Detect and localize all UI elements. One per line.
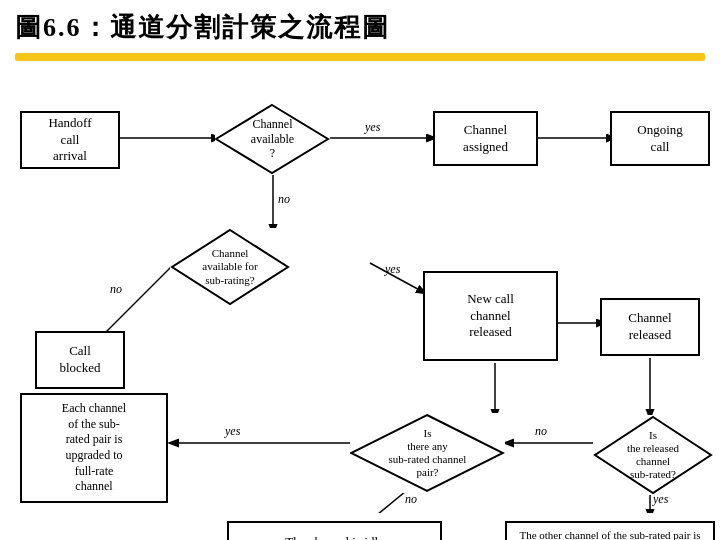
channel-available-sub-diamond: Channel available for sub-rating?: [170, 228, 290, 306]
is-released-sub-label: Is the released channel sub-rated?: [593, 415, 713, 495]
ongoing-call-box: Ongoing call: [610, 111, 710, 166]
flowchart: yes no yes no yes no: [15, 73, 715, 513]
handoff-label: Handoff call arrival: [48, 115, 91, 166]
channel-available-label: Channel available ?: [215, 103, 330, 175]
other-channel-box: The other channel of the sub-rated pair …: [505, 521, 715, 540]
yellow-bar: [15, 53, 705, 61]
svg-text:yes: yes: [364, 120, 381, 134]
svg-text:no: no: [405, 492, 417, 506]
svg-text:no: no: [278, 192, 290, 206]
call-blocked-box: Call blocked: [35, 331, 125, 389]
the-channel-idle-box: The channel is idle: [227, 521, 442, 540]
svg-text:yes: yes: [384, 262, 401, 276]
the-channel-idle-label: The channel is idle: [285, 534, 384, 540]
page: 圖6.6：通道分割計策之流程圖 yes no ye: [0, 0, 720, 540]
call-blocked-label: Call blocked: [59, 343, 100, 377]
new-call-channel-released-label: New call channel released: [467, 291, 514, 342]
svg-text:yes: yes: [224, 424, 241, 438]
svg-text:no: no: [110, 282, 122, 296]
new-call-channel-released-box: New call channel released: [423, 271, 558, 361]
channel-available-sub-label: Channel available for sub-rating?: [170, 228, 290, 306]
handoff-call-arrival-box: Handoff call arrival: [20, 111, 120, 169]
ongoing-call-label: Ongoing call: [637, 122, 683, 156]
page-title: 圖6.6：通道分割計策之流程圖: [15, 10, 705, 45]
each-channel-box: Each channel of the sub- rated pair is u…: [20, 393, 168, 503]
channel-released-box: Channel released: [600, 298, 700, 356]
channel-available-diamond: Channel available ?: [215, 103, 330, 175]
is-released-sub-diamond: Is the released channel sub-rated?: [593, 415, 713, 495]
svg-line-6: [370, 263, 425, 293]
is-there-any-diamond: Is there any sub-rated channel pair?: [350, 413, 505, 493]
svg-text:no: no: [535, 424, 547, 438]
channel-released-label: Channel released: [628, 310, 671, 344]
channel-assigned-label: Channel assigned: [463, 122, 508, 156]
each-channel-label: Each channel of the sub- rated pair is u…: [62, 401, 126, 495]
other-channel-label: The other channel of the sub-rated pair …: [507, 528, 713, 540]
is-there-any-label: Is there any sub-rated channel pair?: [350, 413, 505, 493]
channel-assigned-box: Channel assigned: [433, 111, 538, 166]
